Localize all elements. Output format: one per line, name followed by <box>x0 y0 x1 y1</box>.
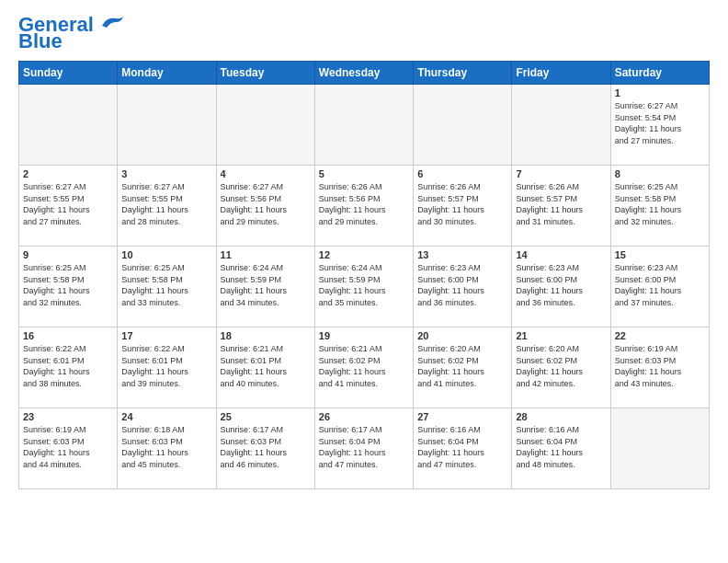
calendar-cell: 28Sunrise: 6:16 AM Sunset: 6:04 PM Dayli… <box>512 408 610 489</box>
calendar-cell: 6Sunrise: 6:26 AM Sunset: 5:57 PM Daylig… <box>414 166 512 247</box>
day-info: Sunrise: 6:26 AM Sunset: 5:57 PM Dayligh… <box>417 181 507 227</box>
calendar-cell: 15Sunrise: 6:23 AM Sunset: 6:00 PM Dayli… <box>610 247 709 327</box>
col-monday: Monday <box>118 62 216 85</box>
logo-bird-icon <box>97 15 125 33</box>
day-number: 10 <box>121 249 211 260</box>
calendar-cell: 18Sunrise: 6:21 AM Sunset: 6:01 PM Dayli… <box>216 327 314 408</box>
calendar-cell: 19Sunrise: 6:21 AM Sunset: 6:02 PM Dayli… <box>314 327 413 408</box>
day-info: Sunrise: 6:23 AM Sunset: 6:00 PM Dayligh… <box>417 262 507 308</box>
day-info: Sunrise: 6:21 AM Sunset: 6:01 PM Dayligh… <box>221 343 311 389</box>
calendar-cell <box>216 85 314 166</box>
calendar-cell: 3Sunrise: 6:27 AM Sunset: 5:55 PM Daylig… <box>118 166 216 247</box>
day-number: 28 <box>516 411 606 422</box>
day-info: Sunrise: 6:25 AM Sunset: 5:58 PM Dayligh… <box>121 262 211 308</box>
day-number: 17 <box>121 330 211 341</box>
day-info: Sunrise: 6:20 AM Sunset: 6:02 PM Dayligh… <box>516 343 606 389</box>
day-number: 18 <box>221 330 311 341</box>
day-info: Sunrise: 6:27 AM Sunset: 5:55 PM Dayligh… <box>23 181 113 227</box>
day-info: Sunrise: 6:21 AM Sunset: 6:02 PM Dayligh… <box>319 343 409 389</box>
calendar-header-row: Sunday Monday Tuesday Wednesday Thursday… <box>19 62 710 85</box>
day-info: Sunrise: 6:22 AM Sunset: 6:01 PM Dayligh… <box>121 343 211 389</box>
day-number: 14 <box>516 249 606 260</box>
calendar-week-4: 23Sunrise: 6:19 AM Sunset: 6:03 PM Dayli… <box>19 408 710 489</box>
calendar-cell: 9Sunrise: 6:25 AM Sunset: 5:58 PM Daylig… <box>19 247 118 327</box>
day-number: 21 <box>516 330 606 341</box>
calendar-cell: 14Sunrise: 6:23 AM Sunset: 6:00 PM Dayli… <box>512 247 610 327</box>
day-number: 8 <box>615 168 705 179</box>
calendar-cell: 21Sunrise: 6:20 AM Sunset: 6:02 PM Dayli… <box>512 327 610 408</box>
calendar-cell <box>19 85 118 166</box>
calendar-cell: 1Sunrise: 6:27 AM Sunset: 5:54 PM Daylig… <box>610 85 709 166</box>
calendar-cell <box>414 85 512 166</box>
day-number: 5 <box>319 168 409 179</box>
day-number: 13 <box>417 249 507 260</box>
page: General Blue Sunday Monday Tuesday Wedne… <box>0 0 728 499</box>
day-number: 11 <box>221 249 311 260</box>
calendar-cell: 27Sunrise: 6:16 AM Sunset: 6:04 PM Dayli… <box>414 408 512 489</box>
calendar-cell <box>610 408 709 489</box>
calendar-cell: 23Sunrise: 6:19 AM Sunset: 6:03 PM Dayli… <box>19 408 118 489</box>
col-saturday: Saturday <box>610 62 709 85</box>
calendar: Sunday Monday Tuesday Wednesday Thursday… <box>18 61 710 489</box>
col-sunday: Sunday <box>19 62 118 85</box>
day-number: 4 <box>221 168 311 179</box>
calendar-cell: 17Sunrise: 6:22 AM Sunset: 6:01 PM Dayli… <box>118 327 216 408</box>
col-thursday: Thursday <box>414 62 512 85</box>
day-info: Sunrise: 6:26 AM Sunset: 5:56 PM Dayligh… <box>319 181 409 227</box>
day-info: Sunrise: 6:19 AM Sunset: 6:03 PM Dayligh… <box>23 424 113 470</box>
col-friday: Friday <box>512 62 610 85</box>
calendar-cell <box>314 85 413 166</box>
day-info: Sunrise: 6:27 AM Sunset: 5:54 PM Dayligh… <box>615 100 705 146</box>
day-number: 16 <box>23 330 113 341</box>
day-number: 12 <box>319 249 409 260</box>
day-number: 1 <box>615 87 705 98</box>
header: General Blue <box>18 15 710 52</box>
day-info: Sunrise: 6:17 AM Sunset: 6:04 PM Dayligh… <box>319 424 409 470</box>
calendar-cell: 22Sunrise: 6:19 AM Sunset: 6:03 PM Dayli… <box>610 327 709 408</box>
day-number: 27 <box>417 411 507 422</box>
calendar-cell: 16Sunrise: 6:22 AM Sunset: 6:01 PM Dayli… <box>19 327 118 408</box>
day-info: Sunrise: 6:24 AM Sunset: 5:59 PM Dayligh… <box>319 262 409 308</box>
calendar-cell: 13Sunrise: 6:23 AM Sunset: 6:00 PM Dayli… <box>414 247 512 327</box>
day-number: 26 <box>319 411 409 422</box>
day-info: Sunrise: 6:23 AM Sunset: 6:00 PM Dayligh… <box>516 262 606 308</box>
calendar-cell: 5Sunrise: 6:26 AM Sunset: 5:56 PM Daylig… <box>314 166 413 247</box>
day-number: 7 <box>516 168 606 179</box>
day-info: Sunrise: 6:18 AM Sunset: 6:03 PM Dayligh… <box>121 424 211 470</box>
calendar-cell: 8Sunrise: 6:25 AM Sunset: 5:58 PM Daylig… <box>610 166 709 247</box>
day-info: Sunrise: 6:20 AM Sunset: 6:02 PM Dayligh… <box>417 343 507 389</box>
calendar-cell: 7Sunrise: 6:26 AM Sunset: 5:57 PM Daylig… <box>512 166 610 247</box>
day-number: 25 <box>221 411 311 422</box>
day-info: Sunrise: 6:23 AM Sunset: 6:00 PM Dayligh… <box>615 262 705 308</box>
day-info: Sunrise: 6:22 AM Sunset: 6:01 PM Dayligh… <box>23 343 113 389</box>
calendar-cell: 26Sunrise: 6:17 AM Sunset: 6:04 PM Dayli… <box>314 408 413 489</box>
day-info: Sunrise: 6:16 AM Sunset: 6:04 PM Dayligh… <box>516 424 606 470</box>
calendar-cell <box>118 85 216 166</box>
calendar-cell: 25Sunrise: 6:17 AM Sunset: 6:03 PM Dayli… <box>216 408 314 489</box>
day-info: Sunrise: 6:27 AM Sunset: 5:56 PM Dayligh… <box>221 181 311 227</box>
calendar-cell <box>512 85 610 166</box>
calendar-cell: 11Sunrise: 6:24 AM Sunset: 5:59 PM Dayli… <box>216 247 314 327</box>
day-number: 19 <box>319 330 409 341</box>
col-tuesday: Tuesday <box>216 62 314 85</box>
day-number: 24 <box>121 411 211 422</box>
calendar-cell: 2Sunrise: 6:27 AM Sunset: 5:55 PM Daylig… <box>19 166 118 247</box>
calendar-week-1: 2Sunrise: 6:27 AM Sunset: 5:55 PM Daylig… <box>19 166 710 247</box>
calendar-cell: 20Sunrise: 6:20 AM Sunset: 6:02 PM Dayli… <box>414 327 512 408</box>
day-number: 2 <box>23 168 113 179</box>
col-wednesday: Wednesday <box>314 62 413 85</box>
day-number: 15 <box>615 249 705 260</box>
day-info: Sunrise: 6:25 AM Sunset: 5:58 PM Dayligh… <box>23 262 113 308</box>
calendar-cell: 10Sunrise: 6:25 AM Sunset: 5:58 PM Dayli… <box>118 247 216 327</box>
logo: General Blue <box>18 15 125 52</box>
day-info: Sunrise: 6:16 AM Sunset: 6:04 PM Dayligh… <box>417 424 507 470</box>
day-info: Sunrise: 6:27 AM Sunset: 5:55 PM Dayligh… <box>121 181 211 227</box>
day-info: Sunrise: 6:17 AM Sunset: 6:03 PM Dayligh… <box>221 424 311 470</box>
calendar-cell: 12Sunrise: 6:24 AM Sunset: 5:59 PM Dayli… <box>314 247 413 327</box>
calendar-week-0: 1Sunrise: 6:27 AM Sunset: 5:54 PM Daylig… <box>19 85 710 166</box>
day-info: Sunrise: 6:19 AM Sunset: 6:03 PM Dayligh… <box>615 343 705 389</box>
day-number: 20 <box>417 330 507 341</box>
logo-blue: Blue <box>18 31 63 52</box>
calendar-cell: 24Sunrise: 6:18 AM Sunset: 6:03 PM Dayli… <box>118 408 216 489</box>
day-number: 9 <box>23 249 113 260</box>
